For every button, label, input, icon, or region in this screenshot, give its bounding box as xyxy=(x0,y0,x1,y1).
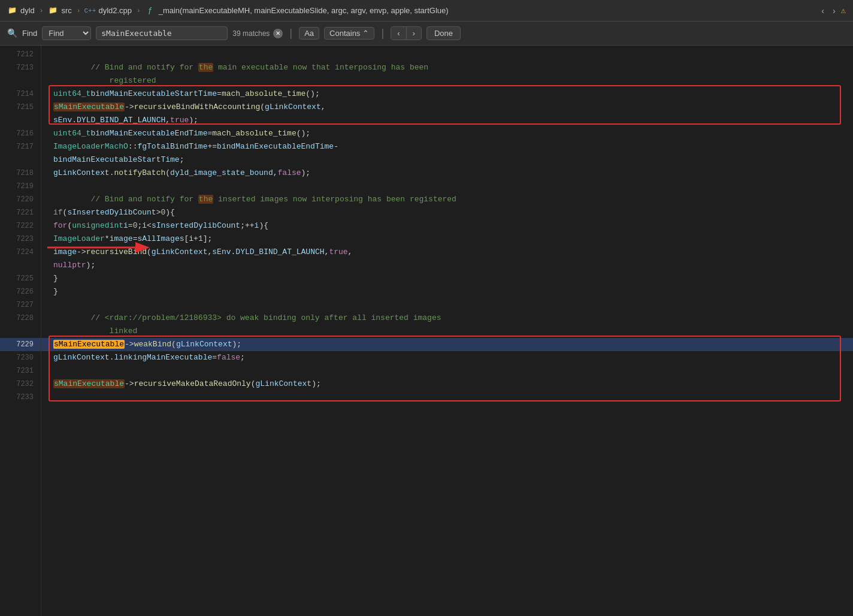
code-line-7218: gLinkContext.notifyBatch(dyld_image_stat… xyxy=(41,167,853,180)
code-line-7221: if ( sInsertedDylibCount > 0 ) { xyxy=(41,206,853,219)
line-num-7216: 7216 xyxy=(0,127,41,140)
nav-arrows: ‹ › ⚠ xyxy=(818,5,846,17)
line-num-7230: 7230 xyxy=(0,351,41,364)
breadcrumb-function: _main(mainExecutableMH, mainExecutableSl… xyxy=(159,6,449,15)
code-line-7217b: bindMainExecutableStartTime; xyxy=(41,153,853,167)
line-num-7225: 7225 xyxy=(0,272,41,285)
code-line-7220: // Bind and notify for the inserted imag… xyxy=(41,193,853,206)
code-line-7232: sMainExecutable->recursiveMakeDataReadOn… xyxy=(41,378,853,391)
line-num-7229: 7229 xyxy=(0,338,41,351)
code-line-7216: uint64_t bindMainExecutableEndTime = mac… xyxy=(41,127,853,140)
code-line-7213: // Bind and notify for the main executab… xyxy=(41,61,853,74)
line-num-7224: 7224 xyxy=(0,246,41,259)
clear-search-button[interactable]: ✕ xyxy=(273,29,283,38)
find-type-dropdown[interactable]: Find Replace xyxy=(42,26,91,40)
contains-label: Contains xyxy=(329,29,360,38)
line-num-cont2 xyxy=(0,114,41,127)
line-num-7212: 7212 xyxy=(0,48,41,61)
code-line-7223: ImageLoader* image = sAllImages[i+1]; xyxy=(41,232,853,246)
breadcrumb-sep-2: › xyxy=(77,7,81,14)
find-prev-button[interactable]: ‹ xyxy=(391,27,406,40)
code-line-7217: ImageLoaderMachO::fgTotalBindTime += bin… xyxy=(41,140,853,153)
line-num-cont5 xyxy=(0,325,41,338)
line-num-7218: 7218 xyxy=(0,167,41,180)
search-input[interactable] xyxy=(96,26,228,40)
code-line-7231 xyxy=(41,364,853,378)
match-count: 39 matches ✕ xyxy=(232,29,283,38)
code-line-7214: uint64_t bindMainExecutableStartTime = m… xyxy=(41,87,853,101)
case-sensitive-button[interactable]: Aa xyxy=(299,27,319,40)
code-line-7226: } xyxy=(41,285,853,298)
line-num-7233: 7233 xyxy=(0,391,41,404)
code-line-7212 xyxy=(41,48,853,61)
breadcrumb-dyld: dyld xyxy=(20,6,35,15)
line-num-7213: 7213 xyxy=(0,61,41,74)
code-line-7230: gLinkContext.linkingMainExecutable = fal… xyxy=(41,351,853,364)
code-line-7215b: sEnv.DYLD_BIND_AT_LAUNCH, true); xyxy=(41,114,853,127)
line-num-7232: 7232 xyxy=(0,378,41,391)
code-line-7224b: nullptr); xyxy=(41,259,853,272)
line-num-7217: 7217 xyxy=(0,140,41,153)
code-line-7228b: linked xyxy=(41,325,853,338)
line-num-7231: 7231 xyxy=(0,364,41,378)
warning-icon: ⚠ xyxy=(841,5,846,16)
line-num-cont3 xyxy=(0,153,41,167)
code-line-7219 xyxy=(41,180,853,193)
line-num-7215: 7215 xyxy=(0,101,41,114)
line-num-7226: 7226 xyxy=(0,285,41,298)
find-label: Find xyxy=(22,29,37,38)
code-line-7233 xyxy=(41,391,853,404)
line-num-7221: 7221 xyxy=(0,206,41,219)
breadcrumb-sep-1: › xyxy=(40,7,44,14)
find-navigation: ‹ › xyxy=(391,26,422,40)
code-line-7227 xyxy=(41,298,853,312)
separator-1: | xyxy=(288,28,294,40)
find-bar: 🔍 Find Find Replace 39 matches ✕ | Aa Co… xyxy=(0,22,853,46)
code-line-7215: sMainExecutable->recursiveBindWithAccoun… xyxy=(41,101,853,114)
line-num-7222: 7222 xyxy=(0,219,41,232)
dyld-folder-icon: 📁 xyxy=(7,6,17,16)
find-next-button[interactable]: › xyxy=(407,27,421,40)
line-num-cont4 xyxy=(0,259,41,272)
match-count-text: 39 matches xyxy=(232,29,270,38)
line-num-cont1 xyxy=(0,74,41,87)
cpp-file-icon: C++ xyxy=(85,6,95,16)
code-lines: // Bind and notify for the main executab… xyxy=(41,46,853,616)
nav-back-button[interactable]: ‹ xyxy=(818,5,827,17)
separator-2: | xyxy=(379,28,386,40)
breadcrumb-sep-3: › xyxy=(137,7,141,14)
line-num-7227: 7227 xyxy=(0,298,41,312)
line-num-7223: 7223 xyxy=(0,232,41,246)
line-num-7220: 7220 xyxy=(0,193,41,206)
breadcrumb-src: src xyxy=(61,6,71,15)
code-line-7222: for(unsigned int i=0; i < sInsertedDylib… xyxy=(41,219,853,232)
code-line-7229: sMainExecutable->weakBind(gLinkContext); xyxy=(41,338,853,351)
nav-forward-button[interactable]: › xyxy=(830,5,839,17)
breadcrumb-filename: dyld2.cpp xyxy=(98,6,132,15)
src-folder-icon: 📁 xyxy=(48,6,58,16)
line-num-7214: 7214 xyxy=(0,87,41,101)
code-line-7228: // <rdar://problem/12186933> do weak bin… xyxy=(41,312,853,325)
search-icon: 🔍 xyxy=(7,28,17,38)
function-icon: ƒ xyxy=(146,6,155,16)
line-numbers: 7212 7213 7214 7215 7216 7217 7218 7219 … xyxy=(0,46,41,616)
code-line-7224: image->recursiveBind(gLinkContext, sEnv.… xyxy=(41,246,853,259)
line-num-7219: 7219 xyxy=(0,180,41,193)
code-line-7225: } xyxy=(41,272,853,285)
code-line-7213b: registered xyxy=(41,74,853,87)
done-button[interactable]: Done xyxy=(426,26,461,40)
code-area: 7212 7213 7214 7215 7216 7217 7218 7219 … xyxy=(0,46,853,616)
title-bar: 📁 dyld › 📁 src › C++ dyld2.cpp › ƒ _main… xyxy=(0,0,853,22)
contains-dropdown[interactable]: Contains ⌃ xyxy=(324,27,374,40)
line-num-7228: 7228 xyxy=(0,312,41,325)
